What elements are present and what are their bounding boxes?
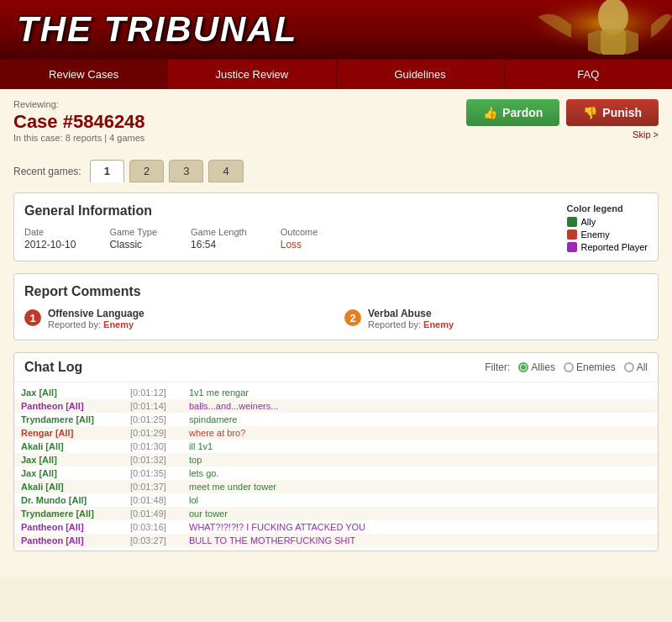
- chat-player-name: Tryndamere [All]: [21, 509, 130, 519]
- chat-message: lets go.: [189, 468, 218, 478]
- ally-label: Ally: [581, 217, 596, 227]
- enemy-color-dot: [567, 229, 577, 240]
- filter-allies[interactable]: Allies: [518, 361, 555, 373]
- filter-allies-radio: [518, 362, 528, 372]
- chat-player-name: Pantheon [All]: [21, 401, 130, 411]
- game-tabs-row: Recent games: 1 2 3 4: [13, 160, 659, 182]
- main-content: Reviewing: Case #5846248 In this case: 8…: [0, 89, 672, 577]
- enemy-label: Enemy: [581, 229, 610, 240]
- chat-player-name: Akali [All]: [21, 441, 130, 451]
- page-header: THE TRIBUNAL: [0, 0, 672, 59]
- report-text-2: Verbal Abuse Reported by: Enemy: [368, 308, 454, 329]
- chat-row: Akali [All][0:03:29]request denied: [14, 547, 658, 551]
- filter-enemies-label: Enemies: [576, 361, 616, 373]
- pardon-button[interactable]: 👍 Pardon: [466, 99, 559, 126]
- game-tab-3[interactable]: 3: [169, 160, 203, 182]
- legend-ally: Ally: [567, 217, 648, 227]
- reported-label: Reported Player: [581, 242, 648, 252]
- svg-marker-4: [626, 29, 638, 55]
- game-tab-4[interactable]: 4: [208, 160, 243, 182]
- case-header: Reviewing: Case #5846248 In this case: 8…: [13, 99, 659, 151]
- game-type-value: Classic: [109, 239, 157, 250]
- chat-message: where at bro?: [189, 428, 245, 438]
- chat-timestamp: [0:03:16]: [130, 522, 189, 532]
- case-title: Case #5846248: [13, 111, 145, 133]
- case-subtitle: In this case: 8 reports | 4 games: [13, 133, 145, 143]
- game-length-value: 16:54: [191, 239, 247, 250]
- legend-enemy: Enemy: [567, 229, 648, 240]
- info-game-type: Game Type Classic: [109, 227, 157, 250]
- nav-guidelines[interactable]: Guidelines: [337, 60, 505, 89]
- chat-player-name: Akali [All]: [21, 482, 130, 492]
- chat-message: top: [189, 455, 202, 465]
- info-date: Date 2012-10-10: [24, 227, 76, 250]
- chat-player-name: Akali [All]: [21, 549, 130, 551]
- report-item-2: 2 Verbal Abuse Reported by: Enemy: [344, 308, 648, 329]
- skip-link[interactable]: Skip >: [633, 129, 659, 140]
- nav-review-cases[interactable]: Review Cases: [0, 60, 168, 89]
- game-tab-2[interactable]: 2: [129, 160, 164, 182]
- report-text-1: Offensive Language Reported by: Enemy: [48, 308, 144, 329]
- outcome-label: Outcome: [281, 227, 318, 237]
- chat-timestamp: [0:01:32]: [130, 455, 189, 465]
- chat-timestamp: [0:01:37]: [130, 482, 189, 492]
- chat-timestamp: [0:01:30]: [130, 441, 189, 451]
- chat-player-name: Tryndamere [All]: [21, 414, 130, 424]
- header-decoration: [504, 0, 672, 59]
- general-info-box: General Information Date 2012-10-10 Game…: [13, 192, 659, 261]
- chat-timestamp: [0:01:25]: [130, 414, 189, 424]
- chat-player-name: Jax [All]: [21, 455, 130, 465]
- filter-all-label: All: [637, 361, 648, 373]
- chat-row: Dr. Mundo [All][0:01:48]lol: [14, 493, 658, 507]
- chat-player-name: Dr. Mundo [All]: [21, 495, 130, 505]
- filter-allies-label: Allies: [531, 361, 555, 373]
- chat-row: Tryndamere [All][0:01:49]our tower: [14, 507, 658, 520]
- case-info: Reviewing: Case #5846248 In this case: 8…: [13, 99, 145, 151]
- game-length-label: Game Length: [191, 227, 247, 237]
- filter-enemies-radio: [564, 362, 574, 372]
- date-label: Date: [24, 227, 76, 237]
- chat-row: Pantheon [All][0:03:27]BULL TO THE MOTHE…: [14, 534, 658, 547]
- chat-player-name: Jax [All]: [21, 468, 130, 478]
- chat-row: Akali [All][0:01:30]ill 1v1: [14, 440, 658, 453]
- chat-message: WHAT?!?!?!? I FUCKING ATTACKED YOU: [189, 522, 365, 532]
- chat-player-name: Jax [All]: [21, 387, 130, 398]
- chat-message: meet me under tower: [189, 482, 276, 492]
- punish-button[interactable]: 👎 Punish: [566, 99, 659, 126]
- filter-enemies[interactable]: Enemies: [564, 361, 616, 373]
- info-game-length: Game Length 16:54: [191, 227, 247, 250]
- legend-reported: Reported Player: [567, 242, 648, 252]
- report-by-2: Reported by: Enemy: [368, 319, 454, 329]
- report-type-2: Verbal Abuse: [368, 308, 454, 319]
- chat-message: request denied: [189, 549, 250, 551]
- chat-row: Akali [All][0:01:37]meet me under tower: [14, 480, 658, 493]
- general-info-title: General Information: [24, 203, 648, 219]
- report-comments-box: Report Comments 1 Offensive Language Rep…: [13, 273, 659, 340]
- report-type-1: Offensive Language: [48, 308, 144, 319]
- action-buttons: 👍 Pardon 👎 Punish: [466, 99, 659, 126]
- chat-log-area[interactable]: Jax [All][0:01:12]1v1 me rengarPantheon …: [14, 382, 658, 551]
- report-by-1: Reported by: Enemy: [48, 319, 144, 329]
- reported-color-dot: [567, 242, 577, 252]
- game-type-label: Game Type: [109, 227, 157, 237]
- filter-all[interactable]: All: [624, 361, 648, 373]
- reviewing-label: Reviewing:: [13, 99, 145, 109]
- info-outcome: Outcome Loss: [281, 227, 318, 250]
- game-tab-1[interactable]: 1: [90, 160, 124, 182]
- chat-timestamp: [0:01:29]: [130, 428, 189, 438]
- svg-rect-2: [601, 29, 626, 55]
- main-nav: Review Cases Justice Review Guidelines F…: [0, 59, 672, 89]
- chat-player-name: Pantheon [All]: [21, 522, 130, 532]
- report-comments-title: Report Comments: [24, 284, 648, 299]
- nav-faq[interactable]: FAQ: [505, 60, 672, 89]
- color-legend: Color legend Ally Enemy Reported Player: [567, 203, 648, 255]
- chat-message: balls...and...weiners...: [189, 401, 278, 411]
- thumbs-down-icon: 👎: [583, 106, 597, 119]
- case-actions: 👍 Pardon 👎 Punish Skip >: [466, 99, 659, 140]
- chat-row: Jax [All][0:01:12]1v1 me rengar: [14, 386, 658, 399]
- chat-row: Tryndamere [All][0:01:25]spindamere: [14, 413, 658, 426]
- nav-justice-review[interactable]: Justice Review: [168, 60, 336, 89]
- recent-games-label: Recent games:: [13, 166, 81, 177]
- chat-row: Jax [All][0:01:35]lets go.: [14, 466, 658, 480]
- thumbs-up-icon: 👍: [483, 106, 497, 119]
